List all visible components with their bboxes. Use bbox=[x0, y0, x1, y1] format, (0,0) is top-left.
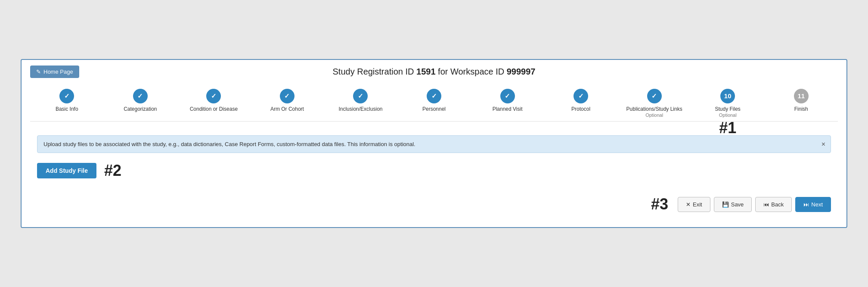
home-icon: ✎ bbox=[36, 69, 41, 75]
step-label-planned-visit: Planned Visit bbox=[493, 106, 523, 113]
annotation-3: #3 bbox=[651, 195, 668, 213]
info-banner: Upload study files to be associated with… bbox=[37, 135, 831, 153]
banner-text: Upload study files to be associated with… bbox=[43, 141, 415, 147]
main-container: ✎ Home Page Study Registration ID 1591 f… bbox=[21, 59, 847, 228]
step-basic-info[interactable]: ✓ Basic Info bbox=[30, 89, 104, 113]
step-circle-categorization: ✓ bbox=[133, 89, 148, 103]
step-label-finish: Finish bbox=[794, 106, 808, 113]
header-row: ✎ Home Page Study Registration ID 1591 f… bbox=[30, 67, 838, 77]
step-inclusion-exclusion[interactable]: ✓ Inclusion/Exclusion bbox=[324, 89, 397, 113]
next-button[interactable]: ⏭ Next bbox=[795, 197, 831, 212]
step-planned-visit[interactable]: ✓ Planned Visit bbox=[471, 89, 544, 113]
banner-close-button[interactable]: × bbox=[822, 141, 825, 148]
footer-row: #3 ✕ Exit 💾 Save ⏮ Back ⏭ Next bbox=[37, 190, 831, 213]
exit-label: Exit bbox=[693, 201, 702, 208]
step-circle-arm-or-cohort: ✓ bbox=[280, 89, 294, 103]
exit-button[interactable]: ✕ Exit bbox=[678, 197, 710, 212]
next-icon: ⏭ bbox=[803, 201, 809, 208]
step-label-inclusion-exclusion: Inclusion/Exclusion bbox=[338, 106, 382, 113]
add-study-file-button[interactable]: Add Study File bbox=[37, 163, 96, 178]
steps-bar: ✓ Basic Info ✓ Categorization ✓ Conditio… bbox=[30, 84, 838, 122]
step-circle-condition-or-disease: ✓ bbox=[206, 89, 221, 103]
step-circle-planned-visit: ✓ bbox=[500, 89, 515, 103]
step-finish[interactable]: 11 Finish bbox=[764, 89, 838, 113]
step-circle-personnel: ✓ bbox=[427, 89, 441, 103]
step-circle-finish: 11 bbox=[794, 89, 809, 103]
step-circle-publications-study-links: ✓ bbox=[647, 89, 662, 103]
save-button[interactable]: 💾 Save bbox=[714, 197, 752, 212]
step-label-protocol: Protocol bbox=[571, 106, 590, 113]
step-protocol[interactable]: ✓ Protocol bbox=[544, 89, 618, 113]
step-label-basic-info: Basic Info bbox=[56, 106, 78, 113]
back-icon: ⏮ bbox=[763, 201, 769, 208]
back-label: Back bbox=[771, 201, 784, 208]
step-publications-study-links[interactable]: ✓ Publications/Study Links Optional bbox=[617, 89, 691, 118]
back-button[interactable]: ⏮ Back bbox=[755, 197, 792, 212]
step-label-categorization: Categorization bbox=[124, 106, 157, 113]
home-page-button[interactable]: ✎ Home Page bbox=[30, 66, 79, 78]
step-label-study-files: Study Files bbox=[715, 106, 741, 113]
step-label-arm-or-cohort: Arm Or Cohort bbox=[270, 106, 304, 113]
step-categorization[interactable]: ✓ Categorization bbox=[104, 89, 177, 113]
step-circle-study-files: 10 bbox=[720, 89, 735, 103]
step-label-personnel: Personnel bbox=[422, 106, 446, 113]
step-circle-basic-info: ✓ bbox=[59, 89, 74, 103]
step-label-condition-or-disease: Condition or Disease bbox=[190, 106, 238, 113]
save-label: Save bbox=[731, 201, 744, 208]
step-study-files[interactable]: 10 Study Files Optional #1 bbox=[691, 89, 765, 118]
save-icon: 💾 bbox=[722, 201, 729, 208]
step-circle-protocol: ✓ bbox=[574, 89, 588, 103]
step-sublabel-study-files: Optional bbox=[719, 112, 737, 118]
next-label: Next bbox=[811, 201, 823, 208]
step-condition-or-disease[interactable]: ✓ Condition or Disease bbox=[177, 89, 251, 113]
step-arm-or-cohort[interactable]: ✓ Arm Or Cohort bbox=[251, 89, 324, 113]
page-title: Study Registration ID 1591 for Workspace… bbox=[332, 67, 535, 77]
step-label-publications-study-links: Publications/Study Links bbox=[626, 106, 682, 113]
content-area: Upload study files to be associated with… bbox=[30, 128, 838, 218]
add-file-row: Add Study File #2 bbox=[37, 162, 831, 180]
step-sublabel-publications-study-links: Optional bbox=[645, 112, 663, 118]
step-circle-inclusion-exclusion: ✓ bbox=[353, 89, 368, 103]
step-personnel[interactable]: ✓ Personnel bbox=[397, 89, 471, 113]
annotation-2: #2 bbox=[104, 162, 121, 180]
exit-icon: ✕ bbox=[686, 201, 691, 208]
home-page-label: Home Page bbox=[43, 69, 73, 75]
